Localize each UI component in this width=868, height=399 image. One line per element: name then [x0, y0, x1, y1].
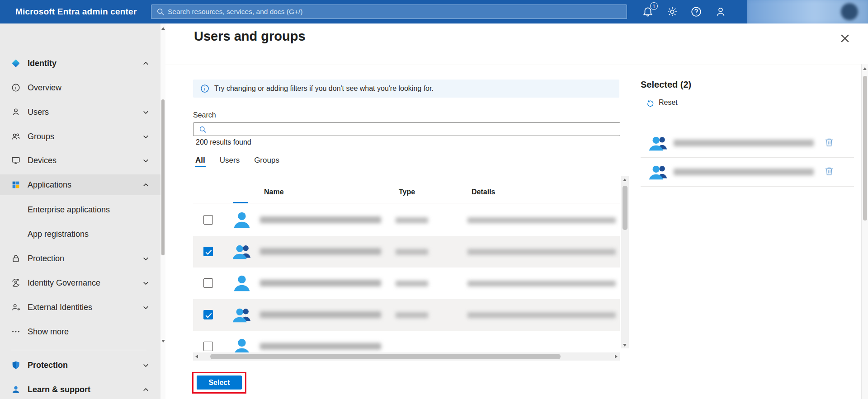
selected-item: [641, 129, 854, 158]
select-button[interactable]: Select: [197, 376, 242, 390]
column-header-name: Name: [264, 188, 284, 196]
blurred-type: [396, 312, 428, 318]
page-vertical-scrollbar-thumb[interactable]: [863, 76, 867, 221]
tab-groups[interactable]: Groups: [254, 154, 280, 167]
table-row[interactable]: [193, 204, 620, 236]
user-avatar-icon: [231, 336, 252, 352]
row-checkbox[interactable]: [203, 342, 213, 351]
ellipsis-icon: [11, 327, 21, 337]
sidebar-scrollbar-thumb[interactable]: [161, 99, 165, 255]
blurred-name: [260, 343, 381, 350]
scroll-up-arrow[interactable]: [161, 27, 165, 30]
table-row[interactable]: [193, 299, 620, 331]
sidebar-item-learn-support[interactable]: Learn & support: [0, 379, 160, 399]
external-identities-icon: [11, 302, 21, 312]
tab-all[interactable]: All: [195, 154, 206, 167]
sidebar-item-applications[interactable]: Applications: [0, 174, 160, 195]
table-row[interactable]: [193, 268, 620, 299]
table-row[interactable]: [193, 236, 620, 268]
info-icon: [200, 84, 209, 93]
sidebar-item-app-registrations[interactable]: App registrations: [0, 224, 160, 244]
scroll-up-arrow[interactable]: [621, 176, 629, 183]
reset-label: Reset: [659, 99, 678, 107]
shield-icon: [11, 360, 21, 370]
table-vertical-scrollbar-thumb[interactable]: [623, 186, 627, 230]
account-menu[interactable]: [747, 0, 868, 23]
top-bar: Microsoft Entra admin center 1: [0, 0, 868, 23]
gear-icon[interactable]: [666, 6, 678, 18]
sidebar-item-label: External Identities: [28, 303, 92, 312]
scroll-left-arrow[interactable]: [193, 352, 201, 361]
table-header-accent: [233, 202, 248, 203]
selected-item: [641, 158, 854, 187]
member-search-box[interactable]: [193, 122, 620, 136]
sidebar-item-identity-governance[interactable]: Identity Governance: [0, 272, 160, 293]
group-avatar-icon: [231, 241, 252, 262]
global-search-input[interactable]: [168, 5, 620, 19]
global-search-box[interactable]: [151, 5, 627, 19]
sidebar-item-label: Protection: [28, 254, 64, 263]
sidebar-item-external-identities[interactable]: External Identities: [0, 297, 160, 318]
scroll-down-arrow[interactable]: [621, 341, 629, 348]
sidebar-item-show-more[interactable]: Show more: [0, 321, 160, 342]
sidebar-item-label: Overview: [28, 83, 61, 93]
group-avatar-icon: [231, 305, 252, 325]
sidebar-item-protection-category[interactable]: Protection: [0, 355, 160, 376]
sidebar-item-label: Enterprise applications: [28, 205, 110, 215]
table-header-divider: [193, 203, 620, 203]
row-checkbox[interactable]: [203, 247, 213, 256]
row-checkbox[interactable]: [203, 310, 213, 319]
app-title[interactable]: Microsoft Entra admin center: [15, 0, 137, 23]
row-checkbox[interactable]: [203, 278, 213, 288]
info-banner: Try changing or adding filters if you do…: [193, 80, 619, 98]
sidebar-item-label: Users: [28, 108, 49, 117]
help-icon[interactable]: [690, 6, 702, 18]
sidebar-scrollbar[interactable]: [160, 23, 165, 399]
chevron-down-icon: [142, 108, 150, 116]
info-icon: [11, 83, 21, 93]
sidebar-item-label: Groups: [28, 132, 54, 141]
chevron-down-icon: [142, 157, 150, 164]
sidebar-item-users[interactable]: Users: [0, 102, 160, 122]
blade-title: Users and groups: [194, 29, 306, 44]
sidebar-item-overview[interactable]: Overview: [0, 77, 160, 98]
tab-users[interactable]: Users: [219, 154, 240, 167]
sidebar-item-label: Applications: [28, 180, 71, 190]
sidebar-item-label: Identity: [28, 59, 57, 68]
sidebar-item-identity[interactable]: Identity: [0, 53, 160, 74]
feedback-icon[interactable]: [715, 6, 726, 18]
blurred-name: [674, 140, 814, 146]
table-horizontal-scrollbar-thumb[interactable]: [210, 354, 561, 359]
remove-item-trash-icon[interactable]: [824, 166, 835, 177]
scroll-up-arrow[interactable]: [863, 67, 867, 70]
reset-button[interactable]: Reset: [646, 97, 678, 108]
table-vertical-scrollbar[interactable]: [621, 176, 629, 348]
row-checkbox[interactable]: [203, 215, 213, 225]
sidebar-item-protection[interactable]: Protection: [0, 248, 160, 269]
blurred-name: [260, 216, 381, 223]
member-search-input[interactable]: [210, 123, 617, 136]
scroll-right-arrow[interactable]: [612, 352, 620, 361]
blurred-name: [260, 248, 381, 255]
blurred-name: [674, 169, 814, 175]
sidebar-item-groups[interactable]: Groups: [0, 126, 160, 147]
close-icon[interactable]: [839, 33, 851, 44]
remove-item-trash-icon[interactable]: [824, 137, 835, 148]
table-row[interactable]: [193, 331, 620, 352]
column-header-details: Details: [472, 188, 495, 196]
chevron-down-icon: [142, 255, 150, 263]
chevron-up-icon: [142, 386, 150, 394]
chevron-down-icon: [142, 361, 150, 369]
sidebar-item-devices[interactable]: Devices: [0, 150, 160, 171]
applications-icon: [11, 180, 21, 190]
tab-label: Groups: [254, 156, 279, 165]
sidebar-item-label: Identity Governance: [28, 278, 100, 288]
sidebar-item-label: Devices: [28, 156, 57, 165]
scroll-down-arrow[interactable]: [161, 340, 165, 343]
search-field-label: Search: [193, 111, 216, 119]
page-vertical-scrollbar[interactable]: [861, 64, 868, 399]
sidebar-item-enterprise-applications[interactable]: Enterprise applications: [0, 199, 160, 220]
account-avatar[interactable]: [841, 3, 858, 20]
group-avatar-icon: [648, 162, 669, 183]
table-horizontal-scrollbar[interactable]: [193, 352, 620, 361]
